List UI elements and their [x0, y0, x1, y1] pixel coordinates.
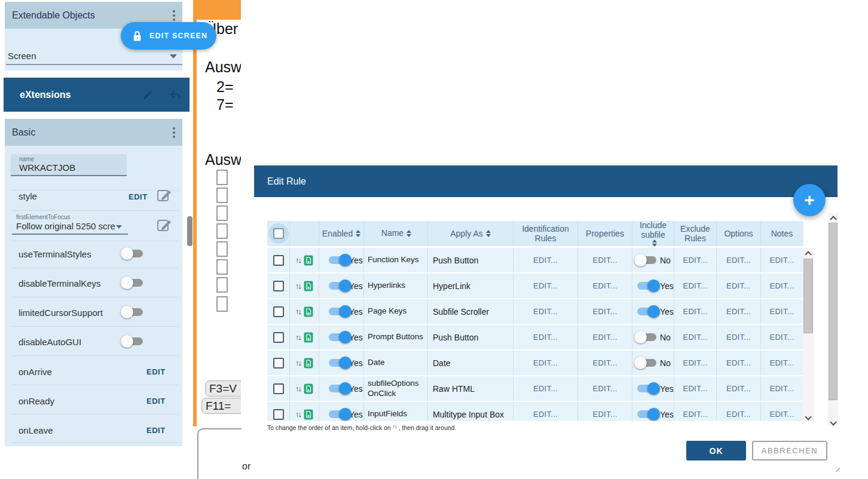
header-enabled[interactable]: Enabled — [319, 221, 363, 246]
edit-screen-button[interactable]: EDIT SCREEN — [121, 22, 216, 50]
insert-document-icon[interactable] — [304, 383, 313, 394]
options-edit[interactable]: EDIT... — [716, 299, 760, 324]
style-edit-icon[interactable] — [156, 187, 173, 202]
chevron-down-icon[interactable] — [116, 225, 122, 229]
header-include-subfile[interactable]: Include subfile — [632, 221, 674, 246]
options-edit[interactable]: EDIT... — [716, 274, 760, 298]
dialog-scrollbar-thumb[interactable] — [829, 223, 838, 400]
dialog-scrollbar[interactable] — [828, 213, 838, 426]
exclude-rules-edit[interactable]: EDIT... — [674, 248, 716, 272]
scroll-down-icon[interactable] — [805, 413, 811, 420]
row-checkbox[interactable] — [273, 383, 284, 394]
properties-edit[interactable]: EDIT... — [577, 274, 632, 298]
notes-edit[interactable]: EDIT... — [760, 248, 803, 272]
add-rule-button[interactable]: + — [793, 184, 826, 216]
cancel-button[interactable]: ABBRECHEN — [752, 441, 827, 460]
kebab-menu-icon[interactable] — [173, 127, 175, 138]
chevron-down-icon[interactable] — [170, 54, 177, 59]
row-checkbox[interactable] — [273, 306, 284, 317]
onReady-edit-link[interactable]: EDIT — [146, 397, 166, 406]
exclude-rules-edit[interactable]: EDIT... — [674, 274, 716, 298]
notes-edit[interactable]: EDIT... — [760, 325, 803, 349]
name-field[interactable]: name WRKACTJOB — [11, 154, 127, 176]
undo-icon[interactable] — [169, 90, 182, 100]
identification-rules-edit[interactable]: EDIT... — [513, 376, 577, 401]
options-edit[interactable]: EDIT... — [716, 402, 760, 421]
row-checkbox[interactable] — [273, 358, 284, 369]
properties-edit[interactable]: EDIT... — [577, 248, 632, 272]
options-edit[interactable]: EDIT... — [716, 351, 760, 375]
select-all-checkbox[interactable] — [273, 228, 284, 239]
properties-edit[interactable]: EDIT... — [577, 299, 632, 324]
identification-rules-edit[interactable]: EDIT... — [513, 325, 577, 349]
option-checkbox[interactable] — [216, 223, 228, 239]
options-edit[interactable]: EDIT... — [716, 376, 760, 401]
header-apply-as[interactable]: Apply As — [427, 221, 513, 246]
properties-edit[interactable]: EDIT... — [577, 325, 632, 349]
onArrive-edit-link[interactable]: EDIT — [146, 367, 166, 376]
resize-grip-icon[interactable] — [833, 465, 840, 472]
table-scrollbar-thumb[interactable] — [803, 259, 813, 333]
include-subfile-toggle[interactable] — [635, 305, 658, 318]
reorder-handle-icon[interactable]: ↑↓ — [295, 358, 301, 367]
reorder-handle-icon[interactable]: ↑↓ — [295, 281, 301, 290]
reorder-handle-icon[interactable]: ↑↓ — [295, 333, 301, 342]
properties-edit[interactable]: EDIT... — [577, 351, 632, 375]
insert-document-icon[interactable] — [304, 306, 313, 317]
notes-edit[interactable]: EDIT... — [760, 274, 803, 298]
exclude-rules-edit[interactable]: EDIT... — [674, 402, 716, 421]
identification-rules-edit[interactable]: EDIT... — [513, 248, 577, 272]
exclude-rules-edit[interactable]: EDIT... — [674, 351, 716, 375]
object-select-value[interactable]: Screen — [8, 51, 36, 61]
option-checkbox[interactable] — [216, 241, 228, 257]
options-edit[interactable]: EDIT... — [716, 325, 760, 349]
reorder-handle-icon[interactable]: ↑↓ — [295, 307, 301, 316]
row-checkbox[interactable] — [273, 281, 284, 291]
notes-edit[interactable]: EDIT... — [760, 351, 803, 375]
enabled-toggle[interactable] — [327, 254, 350, 266]
reorder-handle-icon[interactable]: ↑↓ — [295, 410, 301, 419]
exclude-rules-edit[interactable]: EDIT... — [674, 299, 716, 324]
enabled-toggle[interactable] — [327, 331, 350, 343]
properties-edit[interactable]: EDIT... — [577, 402, 632, 421]
insert-document-icon[interactable] — [304, 332, 313, 343]
row-checkbox[interactable] — [273, 255, 284, 266]
option-checkbox[interactable] — [216, 259, 228, 275]
reorder-handle-icon[interactable]: ↑↓ — [295, 384, 301, 393]
scroll-down-icon[interactable] — [830, 419, 836, 425]
pencil-icon[interactable] — [142, 90, 153, 100]
row-checkbox[interactable] — [273, 409, 284, 420]
first-element-value[interactable]: Follow original 5250 scre — [16, 221, 115, 231]
ok-button[interactable]: OK — [686, 441, 746, 460]
option-checkbox[interactable] — [216, 188, 228, 203]
enabled-toggle[interactable] — [327, 280, 350, 292]
header-name[interactable]: Name — [363, 221, 427, 246]
enabled-toggle[interactable] — [327, 408, 350, 420]
onLeave-edit-link[interactable]: EDIT — [146, 426, 166, 435]
exclude-rules-edit[interactable]: EDIT... — [674, 325, 716, 349]
insert-document-icon[interactable] — [304, 255, 313, 266]
notes-edit[interactable]: EDIT... — [760, 376, 803, 401]
table-scrollbar[interactable] — [803, 248, 814, 421]
row-checkbox[interactable] — [273, 332, 284, 343]
identification-rules-edit[interactable]: EDIT... — [513, 351, 577, 375]
options-edit[interactable]: EDIT... — [716, 248, 760, 272]
exclude-rules-edit[interactable]: EDIT... — [674, 376, 716, 401]
enabled-toggle[interactable] — [327, 305, 350, 318]
first-element-edit-icon[interactable] — [156, 217, 173, 232]
insert-document-icon[interactable] — [304, 409, 313, 420]
fkey-button[interactable]: F3=V — [205, 380, 241, 397]
insert-document-icon[interactable] — [304, 358, 313, 369]
identification-rules-edit[interactable]: EDIT... — [513, 299, 577, 324]
option-checkbox[interactable] — [216, 296, 228, 312]
include-subfile-toggle[interactable] — [635, 408, 658, 420]
identification-rules-edit[interactable]: EDIT... — [513, 402, 577, 421]
option-checkbox[interactable] — [216, 277, 228, 293]
scroll-up-icon[interactable] — [830, 216, 836, 222]
notes-edit[interactable]: EDIT... — [760, 402, 803, 421]
notes-edit[interactable]: EDIT... — [760, 299, 803, 324]
include-subfile-toggle[interactable] — [635, 357, 658, 369]
include-subfile-toggle[interactable] — [635, 254, 658, 266]
scroll-up-icon[interactable] — [805, 251, 811, 257]
sidebar-scrollbar-thumb[interactable] — [187, 216, 192, 246]
